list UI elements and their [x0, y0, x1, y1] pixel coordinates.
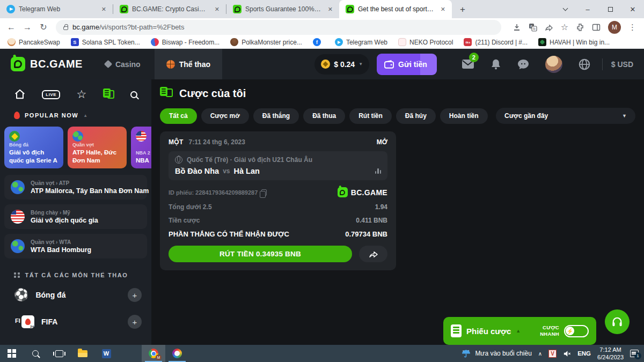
extensions-icon[interactable] — [576, 23, 584, 32]
nav-casino[interactable]: Casino — [105, 60, 141, 69]
expand-plus-icon[interactable]: + — [128, 315, 142, 329]
betslip-doc-icon — [451, 324, 462, 337]
my-bets-icon-active[interactable] — [103, 88, 114, 100]
filter-refund[interactable]: Hoàn tiền — [440, 108, 488, 124]
stats-bars-icon[interactable] — [375, 168, 382, 174]
team-away: Hà Lan — [234, 167, 260, 175]
filter-cashout[interactable]: Rút tiền — [349, 108, 392, 124]
bookmark-biswap[interactable]: Biswap - Freedom... — [151, 38, 219, 46]
tray-app-v-icon[interactable]: V — [548, 350, 557, 358]
popular-card-nba[interactable]: NBA 2 NBA — [131, 127, 151, 168]
popular-card-atp-halle[interactable]: Quần vợt ATP Halle, Đức Đơn Nam — [68, 127, 127, 168]
filter-lost[interactable]: Đã thua — [303, 108, 345, 124]
minimize-button[interactable]: – — [576, 0, 599, 18]
taskbar-clock[interactable]: 7:12 AM 6/24/2023 — [597, 346, 624, 361]
share-icon[interactable] — [545, 23, 553, 32]
bet-selection-row: Tổng dưới 2.5 1.94 — [169, 203, 387, 211]
popular-card-serie-a[interactable]: Bóng đá Giải vô địch quốc gia Serie A — [4, 127, 63, 168]
side-panel-icon[interactable] — [592, 23, 601, 32]
filter-cancelled[interactable]: Đã hủy — [396, 108, 436, 124]
tab-sports-guarantee[interactable]: Sports Guarantee 100% Cashbac ✕ — [226, 0, 339, 18]
us-flag-icon — [136, 131, 147, 142]
bookmark-pancakeswap[interactable]: PancakeSwap — [8, 38, 60, 46]
bookmark-telegram[interactable]: Telegram Web — [335, 38, 387, 46]
word-button[interactable]: W — [94, 345, 118, 362]
browser-menu-icon[interactable]: ⋮ — [628, 23, 636, 32]
action-center-icon[interactable]: 1 — [630, 350, 639, 357]
bookmark-havah[interactable]: HAVAH | Win big in... — [538, 38, 610, 46]
bookmark-discord[interactable]: tks(211) Discord | #... — [464, 38, 528, 46]
forward-button[interactable]: → — [20, 20, 34, 34]
paint-button[interactable] — [165, 345, 189, 362]
reload-button[interactable]: ↻ — [36, 20, 50, 34]
filter-open[interactable]: Cược mở — [201, 108, 249, 124]
live-icon[interactable]: LIVE — [42, 90, 60, 99]
betslip-bar[interactable]: Phiếu cược ▲ CƯỢC NHANH ⚡ — [443, 317, 596, 345]
new-tab-button[interactable]: + — [455, 2, 470, 17]
stake-label: Tiền cược — [169, 217, 200, 224]
tray-expand-icon[interactable]: ∧ — [538, 351, 542, 357]
volume-muted-icon[interactable] — [563, 350, 571, 358]
popular-item-atp-mallorca[interactable]: Quần vợt › ATPATP Mallorca, Tây Ban Nha … — [4, 175, 147, 200]
expand-plus-icon[interactable]: + — [128, 288, 142, 302]
quick-bet-toggle[interactable]: ⚡ — [564, 325, 589, 337]
popular-now-header[interactable]: POPULAR NOW ▲ — [0, 107, 151, 124]
bcgame-logo-icon[interactable] — [11, 57, 25, 71]
popular-item-wta-bad-homburg[interactable]: Quần vợt › WTAWTA Bad Homburg — [4, 234, 147, 258]
tab-close-icon[interactable]: ✕ — [213, 5, 222, 14]
close-window-button[interactable]: ✕ — [621, 0, 644, 18]
copy-icon[interactable] — [261, 189, 267, 196]
language-indicator[interactable]: ENG — [577, 350, 591, 357]
file-explorer-button[interactable] — [71, 345, 94, 362]
user-avatar[interactable] — [545, 56, 562, 73]
wallet-balance-dropdown[interactable]: $ 0.24 ▼ — [314, 54, 369, 75]
search-icon[interactable] — [130, 91, 137, 98]
task-view-button[interactable] — [47, 345, 71, 362]
home-icon[interactable] — [14, 88, 26, 100]
weather-widget[interactable]: Mưa vào buổi chiều — [462, 349, 531, 358]
favorites-star-icon[interactable]: ☆ — [76, 88, 86, 101]
mail-button[interactable]: 2 — [462, 59, 474, 69]
search-icon — [32, 350, 39, 357]
bookmark-neko[interactable]: NEKO Protocol — [398, 38, 453, 46]
tab-close-icon[interactable]: ✕ — [99, 5, 108, 14]
start-button[interactable] — [0, 345, 24, 362]
back-button[interactable]: ← — [4, 20, 18, 34]
sidebar-sport-football[interactable]: ⚽ Bóng đá + — [0, 282, 151, 308]
popular-item-mlb[interactable]: Bóng chày › MỹGiải vô địch quốc gia — [4, 204, 147, 229]
browser-profile-avatar[interactable]: M — [608, 21, 621, 34]
filter-all[interactable]: Tất cả — [160, 108, 197, 124]
deposit-button[interactable]: Gửi tiền — [377, 54, 437, 75]
language-globe-button[interactable] — [579, 58, 590, 70]
soccer-ball-icon: ⚽ — [14, 289, 28, 301]
support-button[interactable] — [605, 309, 630, 334]
notifications-button[interactable] — [491, 58, 501, 70]
translate-icon[interactable]: ab — [529, 23, 537, 32]
bookmark-facebook[interactable]: f — [313, 38, 324, 46]
share-bet-button[interactable] — [359, 246, 387, 262]
sidebar-sport-fifa[interactable]: 24 FIFA + — [0, 308, 151, 335]
nav-sports-active[interactable]: Thể thao — [155, 49, 222, 79]
tab-close-icon[interactable]: ✕ — [326, 5, 335, 14]
currency-selector[interactable]: $ USD — [611, 60, 633, 69]
tab-bcgame-casino[interactable]: BC.GAME: Crypto Casino Games ✕ — [113, 0, 226, 18]
cashout-button[interactable]: RÚT TIỀN 0.34935 BNB — [169, 246, 352, 262]
download-icon[interactable] — [513, 23, 521, 32]
edge-button[interactable] — [118, 345, 142, 362]
bookmark-star-icon[interactable]: ☆ — [561, 22, 568, 32]
bookmark-polkamonster[interactable]: PolkaMonster price... — [230, 38, 302, 46]
tab-search-icon[interactable] — [554, 0, 576, 18]
bet-match-panel[interactable]: Quốc Tế (Trẻ) · Giải vô địch U21 Châu Âu… — [169, 151, 387, 180]
sort-dropdown[interactable]: Cược gần đây ▼ — [496, 108, 635, 124]
bookmark-solana[interactable]: SSolana SPL Token... — [71, 38, 140, 46]
restore-button[interactable] — [599, 0, 621, 18]
tab-telegram-web[interactable]: Telegram Web ✕ — [0, 0, 113, 18]
chrome-button-active[interactable]: M — [142, 345, 165, 362]
tab-close-icon[interactable]: ✕ — [438, 5, 448, 14]
chat-button[interactable] — [517, 59, 529, 70]
taskbar-search-button[interactable] — [24, 345, 47, 362]
filter-won[interactable]: Đã thắng — [253, 108, 299, 124]
address-bar[interactable]: bc.game/vi/sports?bt-path=%2Fbets — [56, 20, 501, 35]
tab-sports-betting-active[interactable]: Get the best out of sports betting ✕ — [339, 0, 452, 18]
bcgame-logo-text[interactable]: BC.GAME — [30, 58, 83, 70]
